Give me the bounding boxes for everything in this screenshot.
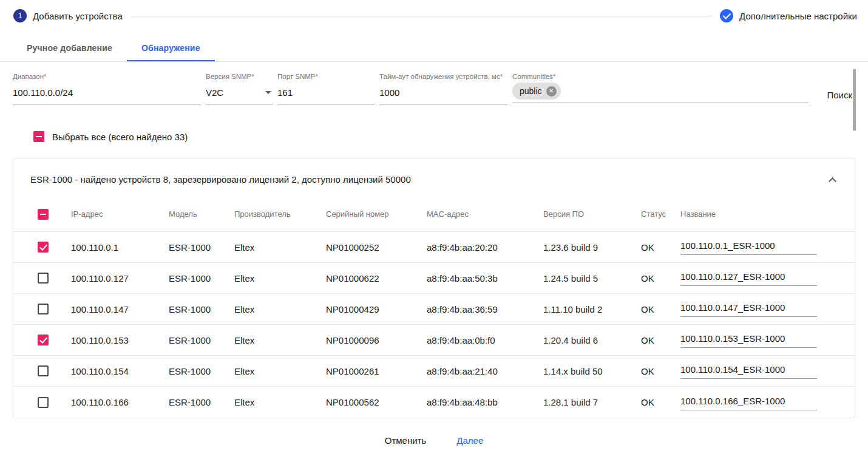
communities-field: Communities* public ✕ xyxy=(512,73,809,103)
cell-ip: 100.110.0.1 xyxy=(71,242,169,253)
communities-label: Communities* xyxy=(512,73,809,80)
device-row: 100.110.0.147 ESR-1000 Eltex NP01000429 … xyxy=(13,294,855,325)
snmp-version-value: V2C xyxy=(206,87,223,98)
header-mac: MAC-адрес xyxy=(427,209,543,219)
device-name-input[interactable] xyxy=(680,363,817,379)
range-input[interactable] xyxy=(13,83,201,104)
cell-model: ESR-1000 xyxy=(169,242,234,253)
device-name-input[interactable] xyxy=(680,332,817,348)
next-button[interactable]: Далее xyxy=(452,432,488,449)
community-chip-label: public xyxy=(520,86,542,96)
row-checkbox[interactable] xyxy=(38,242,49,253)
snmp-version-field: Версия SNMP* V2C xyxy=(206,73,273,104)
cell-serial: NP01000429 xyxy=(326,304,427,314)
timeout-field: Тайм-аут обнаружения устройств, мс* xyxy=(379,73,507,104)
cell-serial: NP01000096 xyxy=(326,335,427,345)
device-name-input[interactable] xyxy=(680,239,817,255)
device-row: 100.110.0.166 ESR-1000 Eltex NP01000562 … xyxy=(13,387,855,418)
select-all-label: Выбрать все (всего найдено 33) xyxy=(52,132,188,142)
header-vendor: Производитель xyxy=(234,209,326,219)
cell-firmware: 1.23.6 build 9 xyxy=(543,242,641,253)
stepper-connector-line xyxy=(131,16,711,16)
cell-vendor: Eltex xyxy=(234,242,326,253)
range-label: Диапазон* xyxy=(13,73,201,80)
header-serial: Серийный номер xyxy=(326,209,427,219)
cell-firmware: 1.28.1 build 7 xyxy=(543,397,641,407)
cell-vendor: Eltex xyxy=(234,366,326,376)
group-title: ESR-1000 - найдено устройств 8, зарезерв… xyxy=(30,174,411,185)
snmp-port-field: Порт SNMP* xyxy=(277,73,375,104)
cell-mac: a8:f9:4b:aa:21:40 xyxy=(427,366,543,376)
device-row: 100.110.0.127 ESR-1000 Eltex NP01000622 … xyxy=(13,263,855,294)
cell-model: ESR-1000 xyxy=(169,366,234,376)
row-checkbox[interactable] xyxy=(38,365,49,376)
timeout-input[interactable] xyxy=(379,83,507,104)
tab-discovery[interactable]: Обнаружение xyxy=(127,34,215,61)
stepper: 1 Добавить устройства Дополнительные нас… xyxy=(0,0,868,30)
cell-model: ESR-1000 xyxy=(169,304,234,314)
snmp-version-select[interactable]: V2C xyxy=(206,83,273,104)
footer-actions: Отменить Далее xyxy=(0,418,868,460)
tab-manual-add[interactable]: Ручное добавление xyxy=(12,34,127,61)
cell-model: ESR-1000 xyxy=(169,335,234,345)
row-checkbox[interactable] xyxy=(38,304,49,314)
cell-ip: 100.110.0.127 xyxy=(71,273,169,284)
cell-firmware: 1.24.5 build 5 xyxy=(543,273,641,284)
row-checkbox[interactable] xyxy=(38,335,49,345)
cell-mac: a8:f9:4b:aa:50:3b xyxy=(427,273,543,284)
device-row: 100.110.0.153 ESR-1000 Eltex NP01000096 … xyxy=(13,325,855,356)
community-chip: public ✕ xyxy=(512,83,561,100)
communities-input[interactable]: public ✕ xyxy=(512,83,809,103)
timeout-label: Тайм-аут обнаружения устройств, мс* xyxy=(379,73,507,80)
header-name: Название xyxy=(680,209,855,219)
cell-mac: a8:f9:4b:aa:0b:f0 xyxy=(427,335,543,345)
cell-vendor: Eltex xyxy=(234,273,326,284)
cell-ip: 100.110.0.166 xyxy=(71,397,169,407)
step-2-check-icon xyxy=(720,9,733,22)
device-name-input[interactable] xyxy=(680,301,817,317)
step-1-badge: 1 xyxy=(13,9,27,22)
group-select-all-checkbox[interactable] xyxy=(38,209,49,220)
device-row: 100.110.0.1 ESR-1000 Eltex NP01000252 a8… xyxy=(13,232,855,263)
snmp-port-label: Порт SNMP* xyxy=(277,73,375,80)
cell-mac: a8:f9:4b:aa:36:59 xyxy=(427,304,543,314)
cell-firmware: 1.11.10 build 2 xyxy=(543,304,641,314)
select-all-row: Выбрать все (всего найдено 33) xyxy=(0,104,868,142)
chip-remove-icon[interactable]: ✕ xyxy=(546,86,557,97)
table-header-row: IP-адрес Модель Производитель Серийный н… xyxy=(13,197,855,232)
cell-mac: a8:f9:4b:aa:20:20 xyxy=(427,242,543,253)
device-name-input[interactable] xyxy=(680,395,817,410)
row-checkbox[interactable] xyxy=(38,397,49,408)
select-all-checkbox[interactable] xyxy=(33,131,44,142)
discovery-form: Диапазон* Версия SNMP* V2C Порт SNMP* Та… xyxy=(0,62,868,104)
device-group-card: ESR-1000 - найдено устройств 8, зарезерв… xyxy=(13,158,855,418)
step-additional-settings[interactable]: Дополнительные настройки xyxy=(720,9,857,22)
scrollbar-thumb[interactable] xyxy=(853,69,856,131)
cell-status: OK xyxy=(641,273,680,284)
cell-serial: NP01000562 xyxy=(326,397,427,407)
cell-firmware: 1.14.x build 50 xyxy=(543,366,641,376)
cell-model: ESR-1000 xyxy=(169,397,234,407)
cell-ip: 100.110.0.147 xyxy=(71,304,169,314)
snmp-version-label: Версия SNMP* xyxy=(206,73,273,80)
cell-status: OK xyxy=(641,397,680,407)
cell-firmware: 1.20.4 build 6 xyxy=(543,335,641,345)
tab-bar: Ручное добавление Обнаружение xyxy=(0,34,868,62)
step-add-devices[interactable]: 1 Добавить устройства xyxy=(13,9,123,22)
range-field: Диапазон* xyxy=(13,73,201,104)
cell-mac: a8:f9:4b:aa:48:bb xyxy=(427,397,543,407)
collapse-chevron-icon[interactable] xyxy=(829,177,836,185)
snmp-port-input[interactable] xyxy=(277,83,375,104)
cell-ip: 100.110.0.154 xyxy=(71,366,169,376)
cancel-button[interactable]: Отменить xyxy=(380,432,432,449)
cell-model: ESR-1000 xyxy=(169,273,234,284)
header-status: Статус xyxy=(641,209,680,219)
cell-vendor: Eltex xyxy=(234,304,326,314)
cell-status: OK xyxy=(641,304,680,314)
device-name-input[interactable] xyxy=(680,270,817,286)
header-firmware: Версия ПО xyxy=(543,209,641,219)
cell-status: OK xyxy=(641,366,680,376)
cell-serial: NP01000622 xyxy=(326,273,427,284)
row-checkbox[interactable] xyxy=(38,273,49,284)
cell-status: OK xyxy=(641,335,680,345)
